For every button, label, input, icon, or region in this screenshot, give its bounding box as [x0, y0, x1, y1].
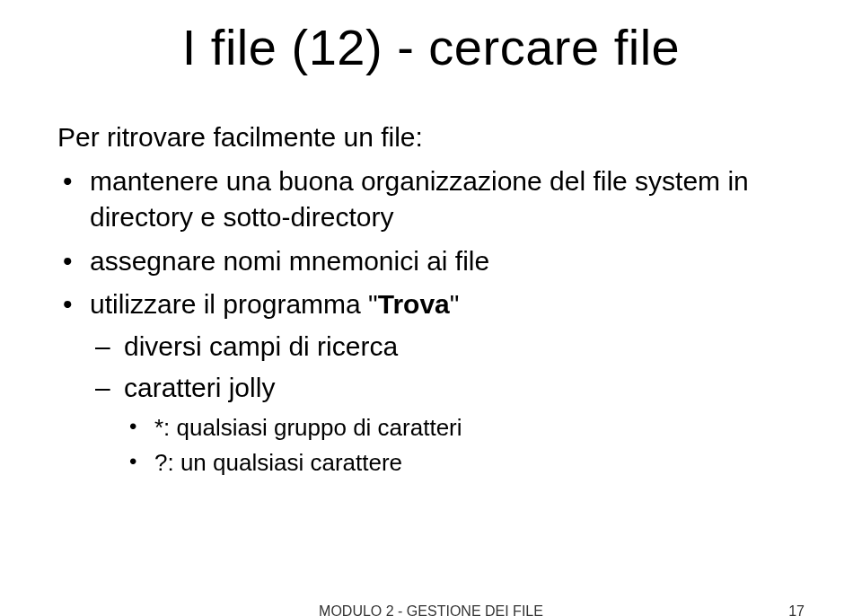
- list-item: *: qualsiasi gruppo di caratteri: [124, 412, 805, 444]
- slide-body: Per ritrovare facilmente un file: manten…: [57, 119, 805, 479]
- item-text: ?: un qualsiasi carattere: [154, 449, 402, 476]
- item-text: assegnare nomi mnemonici ai file: [90, 246, 489, 276]
- item-text: mantenere una buona organizzazione del f…: [90, 166, 749, 233]
- bullet-list-level1: mantenere una buona organizzazione del f…: [57, 163, 805, 479]
- list-item: assegnare nomi mnemonici ai file: [57, 243, 805, 280]
- list-item: mantenere una buona organizzazione del f…: [57, 163, 805, 236]
- item-text: *: qualsiasi gruppo di caratteri: [154, 414, 462, 441]
- list-item: utilizzare il programma "Trova" diversi …: [57, 286, 805, 479]
- list-item: diversi campi di ricerca: [90, 329, 805, 365]
- item-text: caratteri jolly: [124, 373, 275, 402]
- list-item: ?: un qualsiasi carattere: [124, 447, 805, 479]
- item-text-bold: Trova: [378, 289, 450, 319]
- bullet-list-level3: *: qualsiasi gruppo di caratteri ?: un q…: [124, 412, 805, 479]
- footer-page-number: 17: [788, 603, 805, 616]
- list-item: caratteri jolly *: qualsiasi gruppo di c…: [90, 370, 805, 479]
- intro-text: Per ritrovare facilmente un file:: [57, 119, 805, 156]
- item-text-suffix: ": [450, 289, 460, 319]
- slide-title: I file (12) - cercare file: [57, 18, 805, 76]
- item-text-prefix: utilizzare il programma ": [90, 289, 378, 319]
- item-text: diversi campi di ricerca: [124, 331, 398, 361]
- bullet-list-level2: diversi campi di ricerca caratteri jolly…: [90, 329, 805, 479]
- slide: I file (12) - cercare file Per ritrovare…: [0, 0, 862, 616]
- footer-center-text: MODULO 2 - GESTIONE DEI FILE: [0, 603, 862, 616]
